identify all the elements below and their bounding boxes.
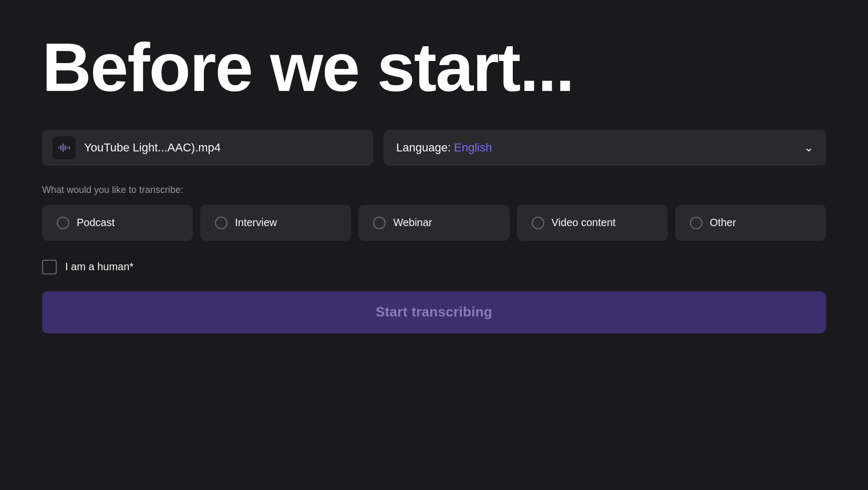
human-checkbox-label: I am a human* (65, 261, 133, 273)
start-transcribing-button[interactable]: Start transcribing (42, 291, 826, 333)
option-podcast-label: Podcast (77, 217, 115, 229)
svg-rect-2 (63, 144, 64, 152)
option-video-content-label: Video content (552, 217, 616, 229)
checkbox-row: I am a human* (42, 260, 133, 274)
svg-rect-4 (67, 147, 68, 149)
svg-rect-0 (58, 147, 59, 149)
option-other-label: Other (710, 217, 736, 229)
file-display: YouTube Light...AAC).mp4 (42, 130, 373, 166)
radio-video-content (532, 217, 544, 229)
chevron-down-icon: ⌄ (804, 141, 813, 155)
option-interview[interactable]: Interview (200, 205, 351, 241)
file-icon-container (53, 136, 76, 159)
language-value: English (454, 141, 492, 155)
options-row: Podcast Interview Webinar Video content … (42, 205, 826, 241)
radio-other (690, 217, 702, 229)
option-webinar[interactable]: Webinar (358, 205, 509, 241)
radio-podcast (57, 217, 69, 229)
file-name: YouTube Light...AAC).mp4 (84, 141, 221, 155)
radio-interview (215, 217, 228, 229)
waveform-icon (58, 141, 70, 154)
option-other[interactable]: Other (675, 205, 826, 241)
language-left: Language: English (396, 141, 492, 155)
radio-webinar (373, 217, 386, 229)
option-interview-label: Interview (235, 217, 277, 229)
language-label: Language: (396, 141, 451, 155)
option-video-content[interactable]: Video content (517, 205, 668, 241)
svg-rect-3 (65, 145, 66, 150)
svg-rect-1 (60, 145, 61, 150)
option-webinar-label: Webinar (393, 217, 432, 229)
svg-rect-5 (69, 146, 70, 149)
transcribe-question: What would you like to transcribe: (42, 185, 183, 196)
controls-row: YouTube Light...AAC).mp4 Language: Engli… (42, 130, 826, 166)
option-podcast[interactable]: Podcast (42, 205, 193, 241)
human-checkbox[interactable] (42, 260, 57, 274)
page-title: Before we start... (42, 32, 574, 104)
language-dropdown[interactable]: Language: English ⌄ (384, 130, 826, 166)
